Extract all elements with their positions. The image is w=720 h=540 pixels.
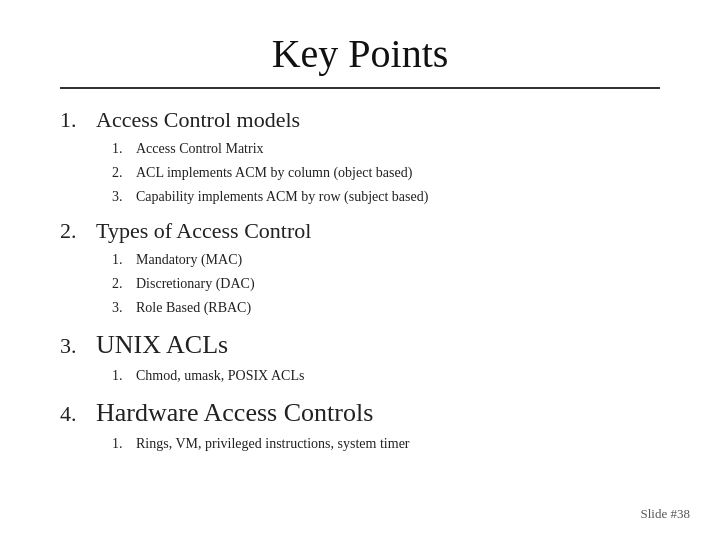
list-item-number: 1. (112, 137, 130, 161)
list-item: 2.Discretionary (DAC) (112, 272, 660, 296)
section-4-number: 4. (60, 401, 88, 427)
title-divider (60, 87, 660, 89)
section-4: 4.Hardware Access Controls1.Rings, VM, p… (60, 398, 660, 456)
list-item-text: Discretionary (DAC) (136, 272, 255, 296)
section-3-label: UNIX ACLs (96, 330, 228, 360)
list-item-number: 2. (112, 272, 130, 296)
list-item: 2.ACL implements ACM by column (object b… (112, 161, 660, 185)
section-2: 2.Types of Access Control1.Mandatory (MA… (60, 218, 660, 319)
list-item-text: ACL implements ACM by column (object bas… (136, 161, 412, 185)
list-item-text: Mandatory (MAC) (136, 248, 242, 272)
list-item-number: 1. (112, 248, 130, 272)
section-2-label: Types of Access Control (96, 218, 311, 244)
slide-footer: Slide #38 (641, 506, 690, 522)
section-1-sublist: 1.Access Control Matrix2.ACL implements … (112, 137, 660, 208)
list-item-text: Capability implements ACM by row (subjec… (136, 185, 428, 209)
section-1-number: 1. (60, 107, 88, 133)
section-3-number: 3. (60, 333, 88, 359)
section-3: 3.UNIX ACLs1.Chmod, umask, POSIX ACLs (60, 330, 660, 388)
section-1-label: Access Control models (96, 107, 300, 133)
list-item-text: Access Control Matrix (136, 137, 264, 161)
slide: Key Points 1.Access Control models1.Acce… (0, 0, 720, 540)
list-item: 1.Access Control Matrix (112, 137, 660, 161)
list-item-text: Rings, VM, privileged instructions, syst… (136, 432, 410, 456)
list-item-number: 1. (112, 364, 130, 388)
list-item: 3.Role Based (RBAC) (112, 296, 660, 320)
section-2-number: 2. (60, 218, 88, 244)
sections-container: 1.Access Control models1.Access Control … (60, 107, 660, 465)
section-3-heading: 3.UNIX ACLs (60, 330, 660, 360)
list-item: 1.Chmod, umask, POSIX ACLs (112, 364, 660, 388)
slide-title: Key Points (60, 30, 660, 77)
section-1-heading: 1.Access Control models (60, 107, 660, 133)
list-item-text: Role Based (RBAC) (136, 296, 251, 320)
list-item-number: 3. (112, 185, 130, 209)
list-item-number: 3. (112, 296, 130, 320)
list-item: 1.Rings, VM, privileged instructions, sy… (112, 432, 660, 456)
section-2-sublist: 1.Mandatory (MAC)2.Discretionary (DAC)3.… (112, 248, 660, 319)
section-4-heading: 4.Hardware Access Controls (60, 398, 660, 428)
section-4-label: Hardware Access Controls (96, 398, 373, 428)
section-2-heading: 2.Types of Access Control (60, 218, 660, 244)
list-item-number: 1. (112, 432, 130, 456)
list-item: 1.Mandatory (MAC) (112, 248, 660, 272)
list-item: 3.Capability implements ACM by row (subj… (112, 185, 660, 209)
section-3-sublist: 1.Chmod, umask, POSIX ACLs (112, 364, 660, 388)
section-4-sublist: 1.Rings, VM, privileged instructions, sy… (112, 432, 660, 456)
section-1: 1.Access Control models1.Access Control … (60, 107, 660, 208)
list-item-number: 2. (112, 161, 130, 185)
list-item-text: Chmod, umask, POSIX ACLs (136, 364, 304, 388)
